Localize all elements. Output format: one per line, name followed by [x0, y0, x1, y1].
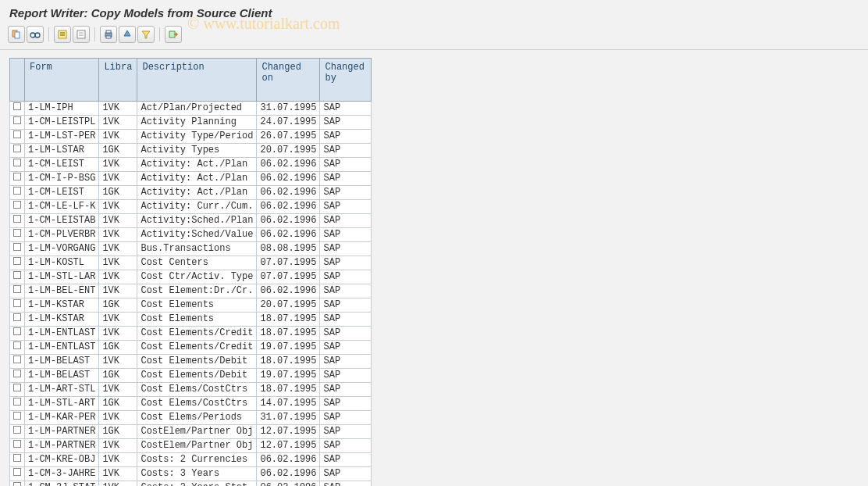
table-row[interactable]: 1-LM-KOSTL1VKCost Centers07.07.1995SAP — [10, 256, 372, 270]
cell-description: Costs: 3 Years Stat. — [137, 481, 257, 487]
row-checkbox[interactable] — [10, 369, 25, 383]
cell-changed-by: SAP — [320, 242, 372, 256]
table-row[interactable]: 1-LM-STL-ART1GKCost Elems/CostCtrs14.07.… — [10, 397, 372, 411]
cell-changed-on: 24.07.1995 — [257, 116, 320, 130]
table-row[interactable]: 1-CM-KRE-OBJ1VKCosts: 2 Currencies06.02.… — [10, 453, 372, 467]
toolbar: © www.tutorialkart.com — [0, 23, 868, 49]
cell-changed-by: SAP — [320, 383, 372, 397]
copy-object-icon[interactable] — [8, 26, 25, 43]
table-row[interactable]: 1-LM-KSTAR1GKCost Elements20.07.1995SAP — [10, 298, 372, 313]
table-row[interactable]: 1-CM-I-P-BSG1VKActivity: Act./Plan06.02.… — [10, 172, 372, 186]
row-checkbox[interactable] — [10, 130, 25, 144]
cell-description: Cost Elements/Credit — [137, 327, 257, 341]
table-row[interactable]: 1-LM-STL-LAR1VKCost Ctr/Activ. Type07.07… — [10, 270, 372, 284]
row-checkbox[interactable] — [10, 313, 25, 327]
row-checkbox[interactable] — [10, 200, 25, 214]
filter-icon[interactable] — [137, 26, 155, 43]
cell-changed-by: SAP — [320, 228, 372, 242]
cell-changed-on: 07.07.1995 — [257, 256, 320, 270]
table-row[interactable]: 1-CM-LEIST1VKActivity: Act./Plan06.02.19… — [10, 158, 372, 172]
table-row[interactable]: 1-LM-KAR-PER1VKCost Elems/Periods31.07.1… — [10, 411, 372, 425]
row-checkbox[interactable] — [10, 425, 25, 439]
row-checkbox[interactable] — [10, 102, 25, 116]
cell-libra: 1VK — [99, 200, 137, 214]
cell-libra: 1VK — [99, 453, 137, 467]
cell-libra: 1VK — [99, 313, 137, 327]
cell-description: CostElem/Partner Obj — [137, 439, 257, 453]
row-checkbox[interactable] — [10, 144, 25, 158]
table-row[interactable]: 1-LM-PARTNER1GKCostElem/Partner Obj12.07… — [10, 425, 372, 439]
row-checkbox[interactable] — [10, 270, 25, 284]
row-checkbox[interactable] — [10, 327, 25, 341]
cell-description: CostElem/Partner Obj — [137, 425, 257, 439]
cell-form: 1-LM-BELAST — [25, 355, 99, 369]
cell-description: Activity Types — [137, 144, 257, 158]
row-checkbox[interactable] — [10, 355, 25, 369]
table-row[interactable]: 1-CM-3-JAHRE1VKCosts: 3 Years06.02.1996S… — [10, 467, 372, 481]
cell-changed-on: 14.07.1995 — [257, 397, 320, 411]
table-row[interactable]: 1-LM-ENTLAST1VKCost Elements/Credit18.07… — [10, 327, 372, 341]
col-form[interactable]: Form — [25, 59, 99, 102]
row-checkbox[interactable] — [10, 186, 25, 200]
row-checkbox[interactable] — [10, 158, 25, 172]
row-checkbox[interactable] — [10, 116, 25, 130]
row-checkbox[interactable] — [10, 467, 25, 481]
row-checkbox[interactable] — [10, 341, 25, 355]
table-row[interactable]: 1-CM-LE-LF-K1VKActivity: Curr./Cum.06.02… — [10, 200, 372, 214]
table-row[interactable]: 1-LM-LSTAR1GKActivity Types20.07.1995SAP — [10, 144, 372, 158]
cell-libra: 1VK — [99, 284, 137, 298]
col-libra[interactable]: Libra — [99, 59, 137, 102]
cell-libra: 1GK — [99, 144, 137, 158]
deselect-all-icon[interactable] — [73, 26, 90, 43]
cell-changed-on: 19.07.1995 — [257, 341, 320, 355]
table-row[interactable]: 1-LM-VORGANG1VKBus.Transactions08.08.199… — [10, 242, 372, 256]
table-row[interactable]: 1-CM-LEISTPL1VKActivity Planning24.07.19… — [10, 116, 372, 130]
print-icon[interactable] — [100, 26, 117, 43]
cell-changed-on: 18.07.1995 — [257, 313, 320, 327]
svg-rect-1 — [15, 32, 20, 38]
col-changed-on[interactable]: Changed on — [257, 59, 320, 102]
row-checkbox[interactable] — [10, 383, 25, 397]
col-changed-by[interactable]: Changed by — [320, 59, 372, 102]
table-row[interactable]: 1-CM-3J-STAT1VKCosts: 3 Years Stat.06.02… — [10, 481, 372, 487]
row-checkbox[interactable] — [10, 214, 25, 228]
svg-rect-6 — [60, 32, 65, 34]
table-row[interactable]: 1-LM-BELAST1VKCost Elements/Debit18.07.1… — [10, 355, 372, 369]
row-checkbox[interactable] — [10, 397, 25, 411]
export-icon[interactable] — [165, 26, 182, 43]
table-row[interactable]: 1-LM-LST-PER1VKActivity Type/Period26.07… — [10, 130, 372, 144]
table-row[interactable]: 1-CM-PLVERBR1VKActivity:Sched/Value06.02… — [10, 228, 372, 242]
table-row[interactable]: 1-LM-ART-STL1VKCost Elems/CostCtrs18.07.… — [10, 383, 372, 397]
cell-libra: 1VK — [99, 116, 137, 130]
table-row[interactable]: 1-LM-IPH1VKAct/Plan/Projected31.07.1995S… — [10, 102, 372, 116]
table-row[interactable]: 1-LM-BEL-ENT1VKCost Element:Dr./Cr.06.02… — [10, 284, 372, 298]
row-checkbox[interactable] — [10, 453, 25, 467]
table-row[interactable]: 1-LM-PARTNER1VKCostElem/Partner Obj12.07… — [10, 439, 372, 453]
cell-changed-on: 06.02.1996 — [257, 158, 320, 172]
row-checkbox[interactable] — [10, 256, 25, 270]
row-checkbox[interactable] — [10, 411, 25, 425]
cell-libra: 1VK — [99, 102, 137, 116]
table-row[interactable]: 1-LM-ENTLAST1GKCost Elements/Credit19.07… — [10, 341, 372, 355]
row-checkbox[interactable] — [10, 439, 25, 453]
cell-changed-by: SAP — [320, 341, 372, 355]
table-row[interactable]: 1-LM-KSTAR1VKCost Elements18.07.1995SAP — [10, 313, 372, 327]
sort-asc-icon[interactable] — [119, 26, 136, 43]
table-row[interactable]: 1-CM-LEIST1GKActivity: Act./Plan06.02.19… — [10, 186, 372, 200]
select-all-icon[interactable] — [54, 26, 71, 43]
row-checkbox[interactable] — [10, 242, 25, 256]
glasses-icon[interactable] — [27, 26, 44, 43]
row-checkbox[interactable] — [10, 284, 25, 298]
col-select[interactable] — [10, 59, 25, 102]
row-checkbox[interactable] — [10, 172, 25, 186]
cell-libra: 1VK — [99, 172, 137, 186]
row-checkbox[interactable] — [10, 298, 25, 313]
cell-changed-on: 20.07.1995 — [257, 298, 320, 313]
cell-changed-by: SAP — [320, 313, 372, 327]
table-row[interactable]: 1-LM-BELAST1GKCost Elements/Debit19.07.1… — [10, 369, 372, 383]
col-description[interactable]: Description — [137, 59, 257, 102]
row-checkbox[interactable] — [10, 481, 25, 487]
row-checkbox[interactable] — [10, 228, 25, 242]
separator — [48, 27, 49, 41]
table-row[interactable]: 1-CM-LEISTAB1VKActivity:Sched./Plan06.02… — [10, 214, 372, 228]
